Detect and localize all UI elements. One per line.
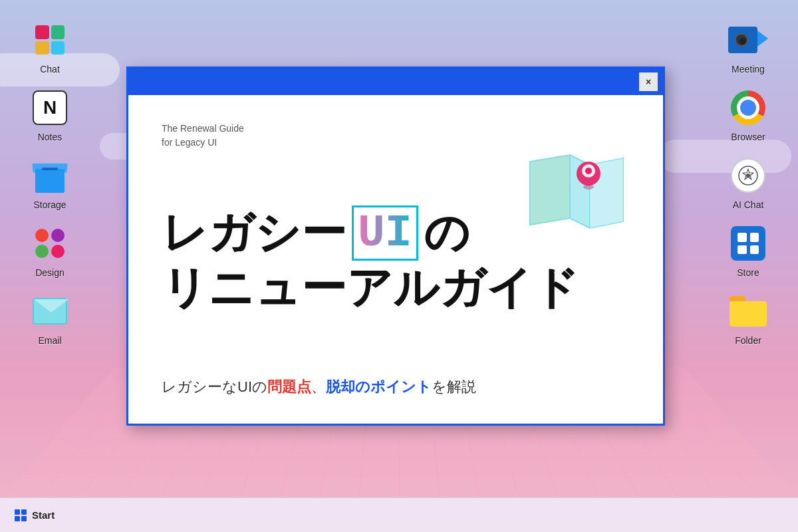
title-line-2: リニューアルガイド — [162, 261, 579, 315]
title-no: の — [424, 205, 470, 260]
start-label: Start — [32, 509, 55, 521]
sidebar-item-notes[interactable]: N Notes — [20, 88, 80, 142]
email-icon — [30, 291, 70, 331]
ai-chat-icon — [728, 156, 768, 196]
start-windows-icon — [15, 509, 27, 521]
sidebar-item-ai-chat[interactable]: AI Chat — [718, 156, 778, 210]
window-content: The Renewal Guide for Legacy UI — [128, 95, 663, 424]
sidebar-item-browser[interactable]: Browser — [718, 88, 778, 142]
desc-prefix: レガシーなUIの — [162, 378, 267, 395]
ai-chat-label: AI Chat — [733, 200, 764, 210]
notes-icon: N — [30, 88, 70, 128]
chat-label: Chat — [40, 64, 60, 74]
desktop-background: ✦ ✦ ✦ ✦ ✦ Chat N Notes — [0, 0, 798, 532]
right-icon-group: Meeting Browser — [718, 20, 778, 346]
storage-icon — [30, 156, 70, 196]
desc-red: 問題点 — [267, 378, 311, 395]
email-label: Email — [38, 335, 61, 346]
store-icon — [728, 223, 768, 263]
svg-point-0 — [746, 174, 750, 178]
storage-label: Storage — [33, 200, 66, 210]
window-titlebar: × — [128, 68, 663, 95]
main-window: × The Renewal Guide for Legacy UI — [126, 66, 665, 426]
start-button[interactable]: Start — [5, 505, 64, 525]
sidebar-item-chat[interactable]: Chat — [20, 20, 80, 74]
taskbar: Start — [0, 497, 798, 532]
left-icon-group: Chat N Notes Storage — [20, 20, 80, 346]
desc-suffix: を解説 — [432, 378, 476, 395]
sidebar-item-folder[interactable]: Folder — [718, 291, 778, 346]
folder-label: Folder — [735, 335, 761, 346]
meeting-icon — [728, 20, 768, 60]
svg-point-8 — [583, 184, 594, 190]
chat-icon — [30, 20, 70, 60]
desc-separator: 、 — [311, 378, 326, 395]
map-illustration — [523, 148, 630, 241]
browser-icon — [728, 88, 768, 128]
folder-icon — [728, 291, 768, 331]
svg-point-9 — [585, 168, 592, 174]
title-ui-highlight: UI — [352, 205, 418, 261]
store-label: Store — [737, 267, 759, 278]
close-button[interactable]: × — [639, 72, 658, 91]
sidebar-item-design[interactable]: Design — [20, 223, 80, 278]
meeting-label: Meeting — [732, 64, 765, 74]
main-title-block: レガシー UI の リニューアルガイド — [162, 205, 579, 315]
desc-blue: 脱却のポイント — [326, 378, 432, 395]
design-label: Design — [35, 267, 65, 278]
guide-subtitle: The Renewal Guide for Legacy UI — [162, 122, 630, 150]
sidebar-item-email[interactable]: Email — [20, 291, 80, 346]
description-area: レガシーなUIの問題点、脱却のポイントを解説 — [162, 377, 630, 397]
sidebar-item-storage[interactable]: Storage — [20, 156, 80, 210]
title-line-1: レガシー UI の — [162, 205, 579, 261]
svg-marker-4 — [530, 155, 570, 225]
title-part1: レガシー — [162, 205, 346, 260]
browser-label: Browser — [731, 132, 765, 142]
sidebar-item-meeting[interactable]: Meeting — [718, 20, 778, 74]
sidebar-item-store[interactable]: Store — [718, 223, 778, 278]
design-icon — [30, 223, 70, 263]
notes-label: Notes — [38, 132, 63, 142]
